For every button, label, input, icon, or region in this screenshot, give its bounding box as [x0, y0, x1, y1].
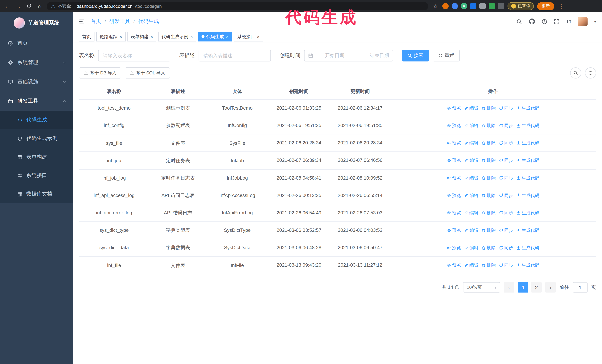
sync-link[interactable]: 同步: [499, 244, 513, 251]
create-time-range-picker[interactable]: 开始日期 - 结束日期: [304, 50, 393, 62]
generate-code-link[interactable]: 生成代码: [516, 157, 539, 164]
breadcrumb-item[interactable]: 代码生成: [138, 18, 159, 25]
browser-update-button[interactable]: 更新: [537, 2, 554, 10]
generate-code-link[interactable]: 生成代码: [516, 227, 539, 234]
extension-green-icon[interactable]: [489, 3, 495, 9]
delete-link[interactable]: 删除: [482, 157, 496, 164]
edit-link[interactable]: 编辑: [464, 262, 478, 269]
address-bar[interactable]: ⚠ 不安全 dashboard.yudao.iocoder.cn/tool/co…: [47, 2, 428, 10]
sidebar-toggle-icon[interactable]: [79, 19, 85, 24]
tab-trace[interactable]: 链路追踪×: [96, 32, 125, 42]
font-size-icon[interactable]: TT: [566, 19, 571, 24]
sync-link[interactable]: 同步: [499, 157, 513, 164]
tab-form-builder[interactable]: 表单构建×: [127, 32, 156, 42]
sync-link[interactable]: 同步: [499, 210, 513, 216]
sync-link[interactable]: 同步: [499, 105, 513, 112]
preview-link[interactable]: 预览: [447, 262, 461, 269]
sync-link[interactable]: 同步: [499, 192, 513, 199]
delete-link[interactable]: 删除: [482, 244, 496, 251]
sidebar-item-codegen[interactable]: 代码生成: [0, 111, 73, 129]
generate-code-link[interactable]: 生成代码: [516, 122, 539, 129]
edit-link[interactable]: 编辑: [464, 105, 478, 112]
prev-page-button[interactable]: ‹: [504, 282, 514, 293]
extension-blue-icon[interactable]: [452, 3, 458, 9]
extension-people-icon[interactable]: [470, 3, 476, 9]
back-icon[interactable]: ←: [4, 2, 11, 10]
breadcrumb-item[interactable]: 首页: [91, 18, 101, 25]
edit-link[interactable]: 编辑: [464, 140, 478, 146]
edit-link[interactable]: 编辑: [464, 157, 478, 164]
generate-code-link[interactable]: 生成代码: [516, 244, 539, 251]
goto-page-input[interactable]: [573, 282, 588, 293]
fullscreen-icon[interactable]: [554, 19, 559, 24]
edit-link[interactable]: 编辑: [464, 227, 478, 234]
generate-code-link[interactable]: 生成代码: [516, 105, 539, 112]
import-db-button[interactable]: 基于 DB 导入: [79, 67, 121, 79]
sidebar-item-devtools[interactable]: 研发工具: [0, 92, 73, 111]
tab-close-icon[interactable]: ×: [150, 34, 153, 39]
tab-close-icon[interactable]: ×: [119, 34, 122, 39]
sync-link[interactable]: 同步: [499, 262, 513, 269]
generate-code-link[interactable]: 生成代码: [516, 192, 539, 199]
edit-link[interactable]: 编辑: [464, 244, 478, 251]
vue-devtools-icon[interactable]: V: [461, 3, 467, 9]
tab-codegen[interactable]: 代码生成×: [198, 32, 232, 42]
reload-icon[interactable]: [25, 2, 32, 10]
edit-link[interactable]: 编辑: [464, 210, 478, 216]
breadcrumb-item[interactable]: 研发工具: [109, 18, 130, 25]
preview-link[interactable]: 预览: [447, 175, 461, 181]
page-1-button[interactable]: 1: [518, 282, 528, 293]
help-icon[interactable]: [542, 19, 547, 24]
page-size-select[interactable]: 10条/页 ▾: [463, 282, 500, 293]
app-logo[interactable]: 芋道管理系统: [0, 12, 73, 34]
sidebar-item-db-doc[interactable]: 数据库文档: [0, 185, 73, 203]
edit-link[interactable]: 编辑: [464, 122, 478, 129]
generate-code-link[interactable]: 生成代码: [516, 210, 539, 216]
github-icon[interactable]: [528, 18, 535, 25]
generate-code-link[interactable]: 生成代码: [516, 140, 539, 146]
sidebar-item-home[interactable]: 首页: [0, 34, 73, 53]
end-date-placeholder[interactable]: 结束日期: [370, 52, 389, 59]
tab-close-icon[interactable]: ×: [257, 34, 260, 39]
delete-link[interactable]: 删除: [482, 192, 496, 199]
generate-code-link[interactable]: 生成代码: [516, 262, 539, 269]
toggle-search-button[interactable]: [570, 67, 581, 79]
generate-code-link[interactable]: 生成代码: [516, 175, 539, 181]
search-button[interactable]: 搜索: [402, 50, 429, 62]
reset-button[interactable]: 重置: [433, 50, 460, 62]
home-icon[interactable]: ⌂: [36, 2, 43, 10]
preview-link[interactable]: 预览: [447, 192, 461, 199]
preview-link[interactable]: 预览: [447, 210, 461, 216]
delete-link[interactable]: 删除: [482, 210, 496, 216]
preview-link[interactable]: 预览: [447, 105, 461, 112]
sidebar-item-infra[interactable]: 基础设施: [0, 72, 73, 92]
extension-grey-icon[interactable]: [479, 3, 486, 9]
delete-link[interactable]: 删除: [482, 227, 496, 234]
sync-link[interactable]: 同步: [499, 227, 513, 234]
extension-puzzle-icon[interactable]: [498, 3, 504, 9]
table-desc-input[interactable]: [199, 50, 271, 62]
extension-orange-icon[interactable]: [442, 3, 449, 9]
sync-link[interactable]: 同步: [499, 140, 513, 146]
preview-link[interactable]: 预览: [447, 227, 461, 234]
page-2-button[interactable]: 2: [531, 282, 542, 293]
sync-link[interactable]: 同步: [499, 122, 513, 129]
bookmark-star-icon[interactable]: ☆: [431, 2, 439, 10]
preview-link[interactable]: 预览: [447, 157, 461, 164]
delete-link[interactable]: 删除: [482, 140, 496, 146]
import-sql-button[interactable]: 基于 SQL 导入: [125, 67, 170, 79]
table-name-input[interactable]: [98, 50, 171, 62]
tab-codegen-demo[interactable]: 代码生成示例×: [158, 32, 196, 42]
sidebar-item-system-api[interactable]: 系统接口: [0, 166, 73, 185]
forward-icon[interactable]: →: [14, 2, 22, 10]
edit-link[interactable]: 编辑: [464, 192, 478, 199]
sync-link[interactable]: 同步: [499, 175, 513, 181]
preview-link[interactable]: 预览: [447, 140, 461, 146]
tab-home[interactable]: 首页: [79, 32, 95, 42]
delete-link[interactable]: 删除: [482, 175, 496, 181]
user-menu-caret-icon[interactable]: ▾: [594, 20, 596, 23]
search-icon[interactable]: [516, 19, 522, 24]
profile-paused-chip[interactable]: 已暂停: [507, 2, 534, 10]
refresh-button[interactable]: [585, 67, 596, 79]
sidebar-item-codegen-demo[interactable]: 代码生成示例: [0, 129, 73, 148]
